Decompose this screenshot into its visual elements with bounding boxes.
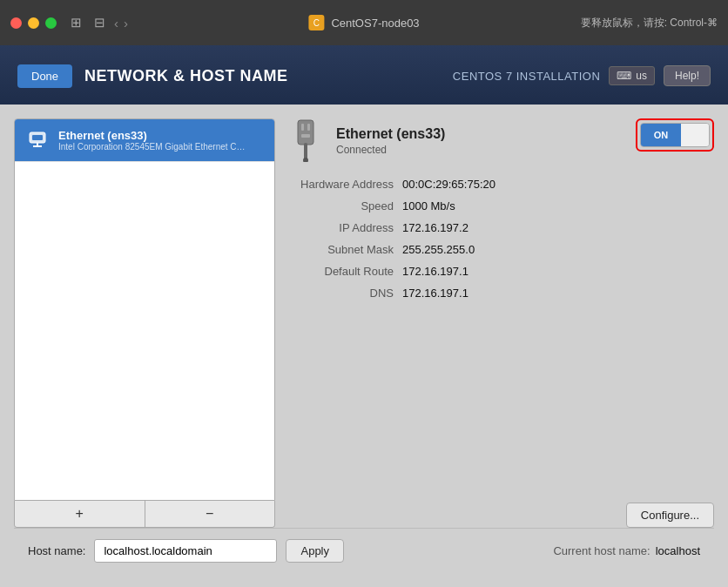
detail-info: Ethernet (ens33) Connected (289, 118, 445, 164)
ethernet-icon (289, 118, 324, 164)
ip-address-label: IP Address (289, 221, 402, 234)
detail-row-default-route: Default Route 172.16.197.1 (289, 265, 714, 278)
remove-network-button[interactable]: − (145, 501, 275, 527)
svg-rect-6 (307, 124, 310, 131)
help-button[interactable]: Help! (664, 65, 711, 86)
toggle-on-label[interactable]: ON (641, 124, 681, 146)
detail-row-ip: IP Address 172.16.197.2 (289, 221, 714, 234)
keyboard-input[interactable]: ⌨ us (609, 66, 655, 85)
svg-rect-4 (298, 120, 313, 145)
toggle-switch[interactable]: ON (640, 123, 710, 147)
network-list-panel: Ethernet (ens33) Intel Corporation 82545… (14, 118, 275, 528)
speed-value: 1000 Mb/s (402, 199, 455, 213)
detail-status: Connected (336, 144, 445, 156)
detail-row-subnet: Subnet Mask 255.255.255.0 (289, 243, 714, 256)
default-route-label: Default Route (289, 265, 402, 278)
network-list-actions: + − (14, 501, 275, 528)
titlebar: ⊞ ⊟ ‹ › C CentOS7-node03 要释放鼠标，请按: Contr… (0, 0, 728, 45)
network-list: Ethernet (ens33) Intel Corporation 82545… (14, 118, 275, 501)
apply-button[interactable]: Apply (286, 539, 344, 563)
default-route-value: 172.16.197.1 (402, 265, 468, 278)
sidebar-icon: ⊞ (71, 15, 82, 30)
network-item-info: Ethernet (ens33) Intel Corporation 82545… (58, 129, 264, 152)
maximize-button[interactable] (45, 17, 57, 29)
svg-rect-1 (32, 135, 43, 140)
detail-table: Hardware Address 00:0C:29:65:75:20 Speed… (289, 178, 714, 489)
dns-label: DNS (289, 287, 402, 300)
subnet-mask-label: Subnet Mask (289, 243, 402, 256)
page-title: NETWORK & HOST NAME (84, 67, 288, 85)
app-icon: C (308, 15, 324, 30)
installation-title: CENTOS 7 INSTALLATION (453, 70, 600, 83)
hostname-input[interactable] (94, 539, 277, 563)
dns-value: 172.16.197.1 (402, 287, 468, 300)
svg-rect-5 (301, 124, 304, 131)
done-button[interactable]: Done (17, 64, 72, 88)
traffic-lights (10, 17, 57, 29)
detail-row-hardware: Hardware Address 00:0C:29:65:75:20 (289, 178, 714, 191)
svg-rect-7 (301, 134, 310, 138)
detail-name-block: Ethernet (ens33) Connected (336, 126, 445, 156)
content: Ethernet (ens33) Intel Corporation 82545… (0, 105, 728, 587)
header-left: Done NETWORK & HOST NAME (17, 64, 288, 88)
detail-name: Ethernet (ens33) (336, 126, 445, 142)
network-item-name: Ethernet (ens33) (58, 129, 264, 142)
header: Done NETWORK & HOST NAME CENTOS 7 INSTAL… (0, 45, 728, 105)
detail-row-dns: DNS 172.16.197.1 (289, 287, 714, 300)
close-button[interactable] (10, 17, 22, 29)
current-hostname: Current host name: localhost (553, 544, 700, 557)
toggle-container: ON (636, 118, 714, 152)
titlebar-icons: ⊞ ⊟ (71, 15, 105, 30)
detail-header: Ethernet (ens33) Connected ON (289, 118, 714, 164)
network-detail-panel: Ethernet (ens33) Connected ON Hard (289, 118, 714, 528)
speed-label: Speed (289, 199, 402, 213)
current-hostname-value: localhost (656, 544, 700, 557)
forward-icon[interactable]: › (124, 16, 128, 30)
add-network-button[interactable]: + (15, 501, 145, 527)
content-main: Ethernet (ens33) Intel Corporation 82545… (14, 118, 714, 528)
detail-row-speed: Speed 1000 Mb/s (289, 199, 714, 213)
configure-button[interactable]: Configure... (626, 503, 714, 528)
network-item-desc: Intel Corporation 82545EM Gigabit Ethern… (58, 142, 250, 152)
subnet-mask-value: 255.255.255.0 (402, 243, 475, 256)
ip-address-value: 172.16.197.2 (402, 221, 468, 234)
network-item[interactable]: Ethernet (ens33) Intel Corporation 82545… (15, 119, 274, 162)
back-icon[interactable]: ‹ (114, 16, 118, 30)
main-window: Done NETWORK & HOST NAME CENTOS 7 INSTAL… (0, 45, 728, 587)
toggle-off[interactable] (681, 124, 709, 146)
app-name: CentOS7-node03 (331, 17, 419, 30)
hardware-address-label: Hardware Address (289, 178, 402, 191)
display-icon: ⊟ (94, 15, 105, 30)
keyboard-icon: ⌨ (617, 70, 631, 82)
keyboard-label: us (636, 70, 647, 82)
current-hostname-label: Current host name: (553, 544, 650, 557)
titlebar-center: C CentOS7-node03 (308, 15, 419, 30)
header-right: CENTOS 7 INSTALLATION ⌨ us Help! (453, 65, 711, 86)
network-item-icon (25, 128, 50, 152)
hardware-address-value: 00:0C:29:65:75:20 (402, 178, 495, 191)
bottom-bar: Host name: Apply Current host name: loca… (14, 528, 714, 573)
nav-arrows: ‹ › (114, 16, 128, 30)
svg-point-9 (303, 158, 308, 162)
hostname-label: Host name: (28, 544, 85, 557)
titlebar-hint: 要释放鼠标，请按: Control-⌘ (581, 16, 718, 30)
minimize-button[interactable] (28, 17, 39, 29)
